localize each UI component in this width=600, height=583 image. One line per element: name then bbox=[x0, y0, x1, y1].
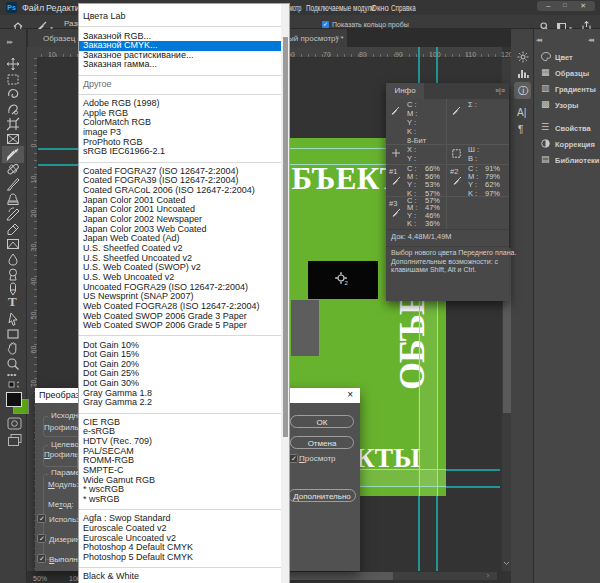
svg-text:2: 2 bbox=[345, 280, 349, 286]
